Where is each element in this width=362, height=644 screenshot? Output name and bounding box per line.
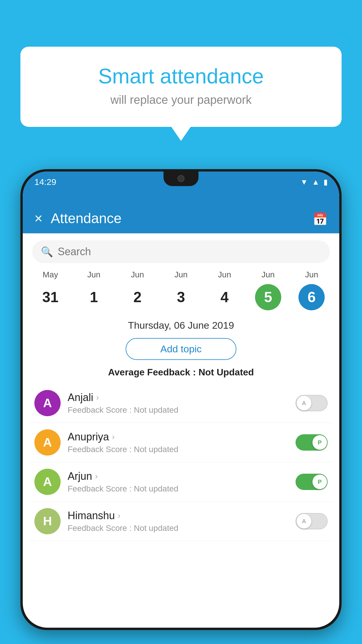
status-time: 14:29 [34,177,56,187]
battery-icon: ▮ [324,178,328,187]
search-bar: 🔍 [32,240,330,263]
student-name: Anupriya › [68,431,289,443]
avg-feedback-label: Average Feedback : [108,367,198,377]
date-item[interactable]: Jun6 [294,270,329,310]
date-number: 3 [168,284,194,310]
search-input[interactable] [58,246,321,258]
student-name: Anjali › [68,391,289,404]
close-button[interactable]: × [34,210,43,226]
date-item[interactable]: Jun4 [207,270,242,310]
avatar: A [34,390,61,416]
attendance-toggle[interactable]: A [296,513,328,529]
date-month: Jun [305,270,318,279]
phone-inner: 14:29 ▼ ▲ ▮ × Attendance 📅 🔍 [23,172,339,628]
date-number: 4 [211,284,238,310]
student-name: Himanshu › [68,510,289,522]
avatar: A [34,469,61,495]
student-item[interactable]: HHimanshu ›Feedback Score : Not updatedA [29,502,333,541]
date-month: Jun [218,270,231,279]
speech-bubble-title: Smart attendance [44,64,318,88]
status-icons: ▼ ▲ ▮ [301,178,328,187]
date-item[interactable]: Jun3 [164,270,198,310]
wifi-icon: ▼ [301,178,308,187]
date-month: Jun [87,270,101,279]
date-number: 6 [298,284,325,310]
speech-bubble-subtitle: will replace your paperwork [44,93,318,106]
date-month: Jun [131,270,144,279]
date-month: Jun [174,270,187,279]
date-item[interactable]: Jun2 [120,270,155,310]
add-topic-button[interactable]: Add topic [126,338,236,360]
date-month: Jun [261,270,275,279]
student-info: Himanshu ›Feedback Score : Not updated [68,510,289,533]
phone-frame: 14:29 ▼ ▲ ▮ × Attendance 📅 🔍 [20,169,342,630]
app-bar-title: Attendance [51,210,122,226]
app-bar-left: × Attendance [34,210,122,226]
toggle-knob: A [297,396,311,410]
date-item[interactable]: Jun1 [76,270,111,310]
student-item[interactable]: AAnupriya ›Feedback Score : Not updatedP [29,423,333,462]
avatar: H [34,508,61,534]
feedback-score: Feedback Score : Not updated [68,524,289,533]
signal-icon: ▲ [312,178,319,187]
avatar: A [34,429,61,456]
student-list: AAnjali ›Feedback Score : Not updatedAAA… [23,384,339,541]
avg-feedback: Average Feedback : Not Updated [23,367,339,378]
selected-date: Thursday, 06 June 2019 [23,320,339,331]
front-camera [178,175,184,182]
chevron-right-icon: › [118,511,120,520]
attendance-toggle[interactable]: P [296,474,328,490]
student-info: Anjali ›Feedback Score : Not updated [68,391,289,415]
feedback-score: Feedback Score : Not updated [68,405,289,415]
toggle-knob: A [297,514,311,528]
feedback-score: Feedback Score : Not updated [68,484,289,494]
search-icon: 🔍 [41,246,53,258]
speech-bubble-container: Smart attendance will replace your paper… [20,47,342,127]
avg-feedback-value: Not Updated [198,367,254,377]
student-info: Arjun ›Feedback Score : Not updated [68,470,289,494]
attendance-toggle[interactable]: P [296,434,328,451]
chevron-right-icon: › [112,432,115,442]
app-screen: 14:29 ▼ ▲ ▮ × Attendance 📅 🔍 [23,172,339,628]
notch [164,172,198,186]
student-name: Arjun › [68,470,289,482]
student-item[interactable]: AAnjali ›Feedback Score : Not updatedA [29,384,333,423]
attendance-toggle[interactable]: A [296,395,328,411]
date-item[interactable]: Jun5 [251,270,286,310]
student-info: Anupriya ›Feedback Score : Not updated [68,431,289,454]
date-strip: May31Jun1Jun2Jun3Jun4Jun5Jun6 [23,270,339,310]
date-item[interactable]: May31 [33,270,68,310]
toggle-knob: P [312,435,327,450]
student-item[interactable]: AArjun ›Feedback Score : Not updatedP [29,462,333,502]
date-number: 2 [124,284,151,310]
toggle-knob: P [312,475,327,489]
app-bar: × Attendance 📅 [23,192,339,233]
date-number: 1 [81,284,107,310]
feedback-score: Feedback Score : Not updated [68,445,289,454]
date-month: May [43,270,58,279]
speech-bubble: Smart attendance will replace your paper… [20,47,342,127]
date-number: 31 [37,284,64,310]
chevron-right-icon: › [96,393,99,402]
calendar-icon[interactable]: 📅 [312,212,328,226]
chevron-right-icon: › [95,472,98,481]
date-number: 5 [255,284,281,310]
